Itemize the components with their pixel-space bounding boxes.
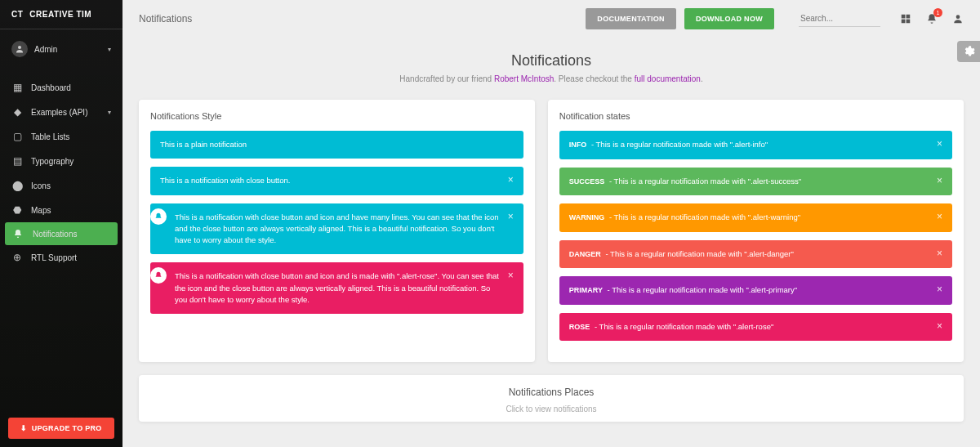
brand-name: CREATIVE TIM	[29, 10, 91, 19]
svg-rect-4	[906, 20, 911, 24]
sidebar-item-icons[interactable]: ⬤ Icons	[0, 173, 122, 198]
sidebar-item-label: Icons	[31, 181, 51, 190]
person-icon[interactable]	[952, 13, 964, 25]
alert-with-close: This is a notification with close button…	[150, 167, 523, 194]
topbar: Notifications DOCUMENTATION DOWNLOAD NOW…	[122, 0, 980, 38]
svg-rect-2	[906, 15, 911, 19]
settings-button[interactable]	[957, 41, 980, 62]
sidebar-header: CT CREATIVE TIM	[0, 0, 122, 29]
notifications-style-card: Notifications Style This is a plain noti…	[139, 100, 535, 362]
bell-icon	[150, 267, 167, 284]
alert-text: PRIMARY - This is a regular notification…	[569, 284, 797, 297]
alert-text: WARNING - This is a regular notification…	[569, 212, 800, 224]
close-icon[interactable]: ×	[937, 176, 942, 186]
close-icon[interactable]: ×	[937, 321, 942, 331]
typography-icon: ▤	[11, 155, 23, 167]
sidebar-footer: ⬇ UPGRADE TO PRO	[0, 409, 122, 447]
download-button[interactable]: DOWNLOAD NOW	[684, 8, 774, 29]
page-title: Notifications	[139, 13, 192, 25]
upgrade-button[interactable]: ⬇ UPGRADE TO PRO	[8, 418, 114, 439]
svg-rect-3	[902, 20, 906, 24]
close-icon[interactable]: ×	[937, 212, 942, 221]
alert-text: ROSE - This is a regular notification ma…	[569, 321, 774, 333]
alert-warning: WARNING - This is a regular notification…	[559, 203, 952, 232]
clipboard-icon: ▢	[11, 131, 23, 142]
page-heading: Notifications	[122, 52, 980, 69]
bell-icon	[13, 229, 24, 239]
chevron-down-icon: ▾	[108, 46, 111, 53]
sidebar-item-label: Examples (API)	[31, 108, 87, 117]
sidebar-item-label: Dashboard	[31, 83, 71, 92]
sidebar-item-typography[interactable]: ▤ Typography	[0, 149, 122, 173]
sidebar-item-table-lists[interactable]: ▢ Table Lists	[0, 124, 122, 149]
sidebar: CT CREATIVE TIM Admin ▾ ▦ Dashboard ◆ Ex…	[0, 0, 122, 447]
close-icon[interactable]: ×	[937, 248, 942, 258]
chevron-down-icon: ▾	[108, 109, 111, 116]
search-input[interactable]	[799, 11, 880, 27]
alert-text: This is a notification with close button…	[175, 270, 500, 306]
close-icon[interactable]: ×	[508, 270, 514, 280]
page-header: Notifications Handcrafted by our friend …	[122, 38, 980, 92]
bell-icon	[150, 208, 167, 225]
bubble-icon: ⬤	[11, 180, 23, 191]
sidebar-nav: ▦ Dashboard ◆ Examples (API) ▾ ▢ Table L…	[0, 69, 122, 409]
places-subtitle: Click to view notifications	[139, 405, 964, 413]
svg-rect-1	[902, 15, 906, 19]
dashboard-icon: ▦	[11, 82, 23, 93]
alert-plain: This is a plain notification	[150, 131, 523, 159]
svg-point-5	[956, 15, 960, 19]
alert-text: This is a notification with close button…	[160, 175, 290, 186]
docs-link[interactable]: full documentation	[635, 74, 701, 83]
sidebar-item-label: Typography	[31, 157, 74, 166]
sidebar-user[interactable]: Admin ▾	[0, 29, 122, 69]
notifications-icon[interactable]: 1	[926, 13, 938, 25]
alert-text: SUCCESS - This is a regular notification…	[569, 176, 801, 188]
author-link[interactable]: Robert McIntosh	[494, 74, 554, 83]
alert-success: SUCCESS - This is a regular notification…	[559, 168, 952, 196]
close-icon[interactable]: ×	[508, 175, 514, 185]
page-subheading: Handcrafted by our friend Robert McIntos…	[122, 74, 980, 83]
notification-badge: 1	[933, 8, 942, 17]
sidebar-item-dashboard[interactable]: ▦ Dashboard	[0, 75, 122, 100]
upgrade-label: UPGRADE TO PRO	[32, 424, 102, 432]
sidebar-item-examples[interactable]: ◆ Examples (API) ▾	[0, 100, 122, 124]
documentation-button[interactable]: DOCUMENTATION	[586, 8, 676, 29]
sidebar-item-rtl[interactable]: ⊕ RTL Support	[0, 245, 122, 270]
globe-icon: ⊕	[11, 252, 23, 263]
alert-rose: ROSE - This is a regular notification ma…	[559, 313, 952, 342]
sidebar-item-label: Maps	[31, 206, 51, 215]
places-title: Notifications Places	[139, 387, 964, 398]
brand-logo: CT	[11, 10, 23, 19]
notifications-places-card: Notifications Places Click to view notif…	[139, 375, 964, 422]
dashboard-icon[interactable]	[900, 13, 911, 25]
alert-rose: This is a notification with close button…	[150, 262, 523, 314]
notification-states-card: Notification states INFO - This is a reg…	[548, 100, 964, 362]
close-icon[interactable]: ×	[937, 139, 942, 149]
alert-text: This is a plain notification	[160, 139, 247, 150]
main: Notifications DOCUMENTATION DOWNLOAD NOW…	[122, 0, 980, 447]
alert-with-icon-close: This is a notification with close button…	[150, 203, 523, 255]
alert-danger: DANGER - This is a regular notification …	[559, 240, 952, 269]
alert-text: This is a notification with close button…	[175, 212, 500, 247]
download-icon: ⬇	[20, 424, 27, 432]
sidebar-item-label: RTL Support	[31, 253, 77, 262]
sidebar-item-label: Table Lists	[31, 132, 69, 141]
card-title: Notifications Style	[150, 111, 523, 121]
avatar	[11, 41, 28, 57]
sidebar-item-maps[interactable]: ⬣ Maps	[0, 198, 122, 222]
close-icon[interactable]: ×	[508, 212, 514, 221]
widgets-icon: ◆	[11, 106, 23, 118]
alert-info: INFO - This is a regular notification ma…	[559, 131, 952, 159]
sidebar-item-notifications[interactable]: Notifications	[5, 222, 118, 245]
close-icon[interactable]: ×	[937, 284, 942, 294]
user-name: Admin	[34, 45, 57, 54]
card-title: Notification states	[559, 111, 952, 121]
pin-icon: ⬣	[11, 204, 23, 216]
svg-point-0	[18, 46, 21, 49]
sidebar-item-label: Notifications	[33, 230, 77, 239]
alert-text: DANGER - This is a regular notification …	[569, 248, 794, 261]
alert-primary: PRIMARY - This is a regular notification…	[559, 276, 952, 305]
alert-text: INFO - This is a regular notification ma…	[569, 139, 768, 151]
